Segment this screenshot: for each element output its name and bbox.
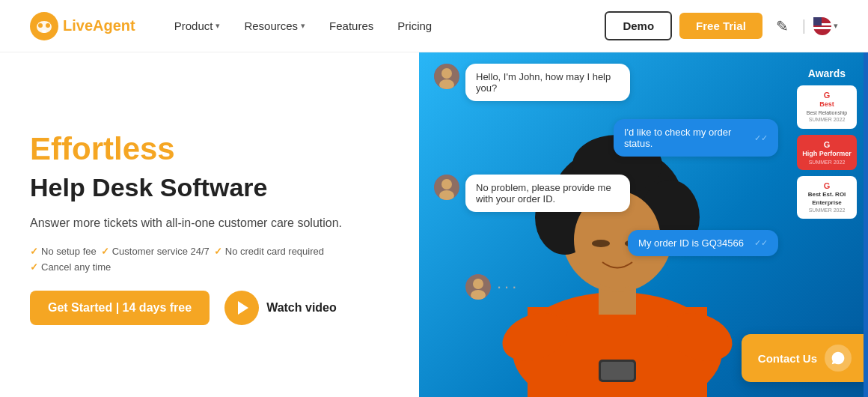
user-icon[interactable]: ✎ [770,14,795,38]
watch-video-label: Watch video [266,301,337,315]
chat-bubble-3: No problem, please provide me with your … [465,175,630,212]
hero-title: Help Desk Software [30,172,389,203]
play-triangle-icon [238,301,248,315]
main-content: Effortless Help Desk Software Answer mor… [0,52,868,397]
cta-row: Get Started | 14 days free Watch video [30,291,389,325]
scrollbar[interactable] [864,52,868,397]
logo[interactable]: LiveAgent [30,12,135,40]
contact-us-label: Contact Us [758,352,817,365]
agent-avatar-3 [465,274,491,300]
svg-rect-4 [42,30,46,33]
svg-rect-7 [813,27,831,29]
play-icon [224,291,259,325]
badge-cancel: ✓ Cancel any time [30,261,389,273]
award-badge-1: G Best Best Relationship SUMMER 2022 [797,85,857,129]
svg-point-28 [441,179,452,190]
chat-row-3: No problem, please provide me with your … [434,175,778,219]
nav-resources[interactable]: Resources ▾ [235,13,314,38]
contact-chat-icon [825,345,852,372]
svg-point-25 [441,68,452,79]
lang-chevron-icon: ▾ [834,21,838,31]
chat-bubble-1: Hello, I'm John, how may I help you? [465,64,630,101]
contact-us-button[interactable]: Contact Us [742,334,868,382]
svg-rect-8 [813,17,822,25]
watch-video-button[interactable]: Watch video [224,291,337,325]
get-started-button[interactable]: Get Started | 14 days free [30,291,210,325]
hero-effortless: Effortless [30,132,389,166]
chat-overlay: Hello, I'm John, how may I help you? I'd… [434,64,778,300]
chat-row-2: I'd like to check my order status. ✓✓ [434,119,778,164]
nav-features[interactable]: Features [320,13,382,38]
read-receipt-icon: ✓✓ [754,133,768,143]
agent-avatar-1 [434,64,459,89]
dots-icon: ··· [497,277,519,297]
award-badge-2: G High Performer SUMMER 2022 [797,135,857,170]
logo-text: LiveAgent [63,17,135,34]
hero-left-panel: Effortless Help Desk Software Answer mor… [0,52,419,397]
chat-row-1: Hello, I'm John, how may I help you? [434,64,778,109]
badge-no-credit-card: ✓ No credit card required [214,246,324,257]
hero-description: Answer more tickets with all-in-one cust… [30,214,389,232]
nav-product[interactable]: Product ▾ [165,13,230,38]
awards-title: Awards [808,67,846,79]
svg-point-31 [473,279,483,289]
product-chevron-icon: ▾ [216,21,220,31]
nav-links: Product ▾ Resources ▾ Features Pricing [165,13,605,38]
flag-icon [813,17,831,35]
nav-actions: Demo Free Trial ✎ | ▾ [605,11,838,40]
chat-bubble-2: I'd like to check my order status. ✓✓ [614,119,778,157]
demo-button[interactable]: Demo [605,11,672,40]
badge-customer-service: ✓ Customer service 24/7 [101,246,210,257]
svg-point-3 [46,23,50,28]
free-trial-button[interactable]: Free Trial [679,13,762,39]
hero-right-panel: Hello, I'm John, how may I help you? I'd… [419,52,868,397]
nav-pricing[interactable]: Pricing [388,13,441,38]
chat-row-4: My order ID is GQ34566 ✓✓ [434,230,778,264]
resources-chevron-icon: ▾ [301,21,305,31]
hero-badges: ✓ No setup fee ✓ Customer service 24/7 ✓… [30,246,389,257]
navbar: LiveAgent Product ▾ Resources ▾ Features… [0,0,868,52]
awards-panel: Awards G Best Best Relationship SUMMER 2… [786,60,868,226]
typing-indicator: ··· [465,274,778,300]
award-badge-3: G Best Est. ROI Enterprise SUMMER 2022 [797,176,857,219]
svg-point-2 [38,23,43,28]
svg-rect-23 [601,362,634,380]
badge-no-setup: ✓ No setup fee [30,246,97,257]
agent-avatar-2 [434,175,459,200]
nav-divider: | [802,17,806,34]
read-receipt-2-icon: ✓✓ [754,238,768,248]
chat-bubble-4: My order ID is GQ34566 ✓✓ [628,230,778,256]
logo-icon [30,12,58,40]
language-selector[interactable]: ▾ [813,17,838,35]
